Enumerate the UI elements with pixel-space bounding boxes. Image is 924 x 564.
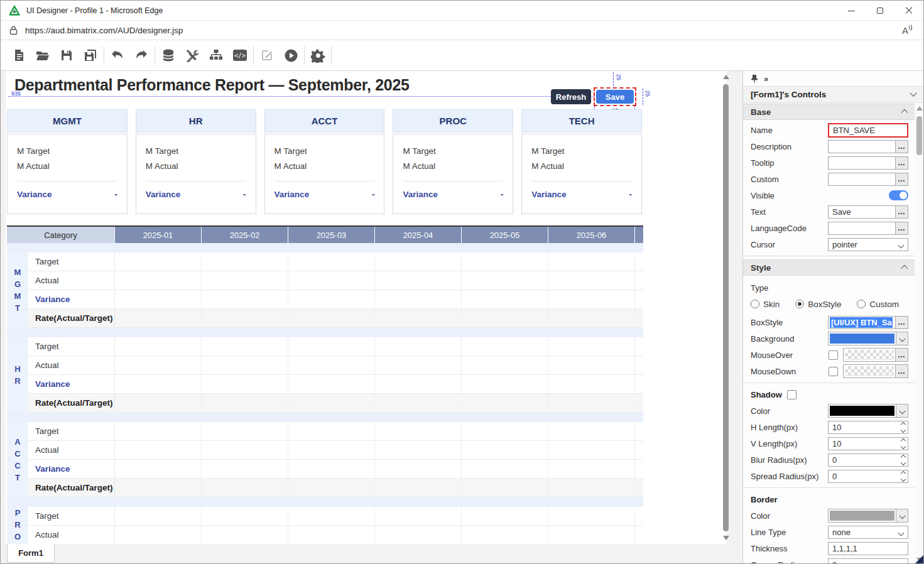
collapse-panel-icon[interactable]: »: [764, 74, 768, 84]
build-tools-icon[interactable]: [180, 45, 204, 66]
h-length-stepper[interactable]: 10: [828, 421, 908, 434]
ellipsis-button[interactable]: …: [895, 222, 908, 234]
maximize-button[interactable]: [866, 1, 894, 21]
settings-gear-icon[interactable]: [306, 45, 330, 66]
month-header[interactable]: 2025-05: [462, 227, 548, 243]
stepper-arrows[interactable]: [901, 455, 905, 465]
description-input[interactable]: …: [828, 140, 908, 153]
tab-form1[interactable]: Form1: [7, 544, 55, 563]
scroll-up-arrow[interactable]: [916, 106, 923, 111]
report-title-component[interactable]: Departmental Performance Report — Septem…: [14, 76, 410, 94]
shadow-checkbox[interactable]: [787, 390, 796, 399]
table-row[interactable]: Actual: [28, 526, 643, 544]
ellipsis-button[interactable]: …: [895, 157, 908, 169]
table-row[interactable]: Rate(Actual/Target): [28, 479, 643, 497]
v-length-stepper[interactable]: 10: [828, 437, 908, 450]
section-base[interactable]: Base: [743, 104, 915, 120]
save-all-icon[interactable]: [79, 45, 102, 66]
table-row[interactable]: Target: [28, 252, 643, 271]
background-color-picker[interactable]: [828, 332, 908, 345]
card-tech[interactable]: TECH M Target M Actual Variance-: [521, 109, 642, 214]
card-mgmt[interactable]: MGMT M Target M Actual Variance-: [7, 109, 128, 214]
boxstyle-input[interactable]: [UI/UX] BTN_Sa…: [828, 316, 908, 329]
cursor-select[interactable]: pointer: [828, 238, 908, 251]
stepper-arrows[interactable]: [901, 439, 905, 448]
table-row[interactable]: Actual: [28, 271, 643, 290]
save-button[interactable]: Save: [596, 90, 634, 104]
card-hr[interactable]: HR M Target M Actual Variance-: [136, 109, 256, 214]
name-input[interactable]: BTN_SAVE: [828, 123, 908, 138]
tooltip-input[interactable]: …: [828, 156, 908, 170]
month-header[interactable]: 2025-03: [288, 227, 375, 243]
design-canvas[interactable]: Departmental Performance Report — Septem…: [6, 71, 726, 544]
table-row[interactable]: Variance: [28, 375, 643, 394]
stepper-arrows[interactable]: [901, 423, 905, 432]
chevron-down-icon[interactable]: [896, 332, 908, 345]
visible-toggle[interactable]: [889, 190, 908, 200]
ellipsis-button[interactable]: …: [895, 349, 908, 361]
chevron-down-icon[interactable]: [896, 509, 908, 522]
chevron-down-icon[interactable]: [910, 89, 916, 96]
radio-skin[interactable]: [751, 300, 759, 308]
card-proc[interactable]: PROC M Target M Actual Variance-: [393, 109, 513, 214]
category-header[interactable]: Category: [7, 227, 115, 243]
database-icon[interactable]: [156, 45, 180, 66]
sitemap-icon[interactable]: [204, 45, 228, 66]
scrollbar-thumb[interactable]: [916, 116, 922, 155]
text-input[interactable]: Save…: [828, 205, 908, 219]
month-header[interactable]: 2025-06: [548, 227, 635, 243]
chevron-up-icon[interactable]: [901, 109, 908, 116]
ellipsis-button[interactable]: …: [895, 141, 908, 153]
open-folder-icon[interactable]: [31, 45, 55, 66]
scrollbar-thumb[interactable]: [723, 84, 729, 531]
close-button[interactable]: [894, 1, 923, 21]
mouseover-checkbox[interactable]: [829, 350, 838, 360]
table-row[interactable]: Target: [28, 422, 643, 441]
table-row[interactable]: Target: [28, 507, 643, 526]
mouseover-color-picker[interactable]: …: [843, 348, 908, 362]
run-icon[interactable]: [279, 45, 303, 66]
month-header[interactable]: 2025-01: [115, 227, 202, 243]
ellipsis-button[interactable]: …: [895, 365, 908, 377]
scroll-down-arrow[interactable]: [723, 536, 729, 540]
chevron-down-icon[interactable]: [896, 404, 908, 417]
languagecode-input[interactable]: …: [828, 222, 908, 235]
panel-header[interactable]: [Form1]'s Controls: [743, 87, 924, 103]
save-icon[interactable]: [55, 45, 79, 66]
blur-radius-stepper[interactable]: 0: [828, 453, 908, 467]
undo-icon[interactable]: [106, 45, 129, 66]
mousedown-color-picker[interactable]: …: [843, 364, 908, 378]
spread-radius-stepper[interactable]: 0: [828, 470, 908, 483]
table-row[interactable]: Actual: [28, 441, 643, 460]
shadow-color-picker[interactable]: [828, 404, 908, 418]
read-aloud-icon[interactable]: A: [902, 25, 913, 36]
table-row[interactable]: Actual: [28, 356, 643, 375]
mousedown-checkbox[interactable]: [829, 367, 838, 376]
border-color-picker[interactable]: [828, 509, 908, 523]
line-type-select[interactable]: none: [828, 526, 908, 539]
code-editor-icon[interactable]: </>: [228, 45, 252, 66]
table-row[interactable]: Variance: [28, 290, 643, 309]
new-document-icon[interactable]: [7, 45, 31, 66]
chevron-up-icon[interactable]: [901, 265, 908, 272]
ellipsis-button[interactable]: …: [895, 206, 908, 218]
thickness-input[interactable]: 1,1,1,1: [828, 542, 908, 555]
performance-table[interactable]: Category 2025-01 2025-02 2025-03 2025-04…: [7, 225, 643, 544]
ellipsis-button[interactable]: …: [895, 317, 908, 328]
stepper-arrows[interactable]: [901, 472, 905, 481]
scroll-up-arrow[interactable]: [723, 75, 729, 79]
custom-input[interactable]: …: [828, 173, 908, 186]
window-resize-grip[interactable]: [915, 555, 923, 563]
card-acct[interactable]: ACCT M Target M Actual Variance-: [264, 109, 385, 214]
panel-scrollbar[interactable]: [915, 104, 924, 564]
section-style[interactable]: Style: [743, 259, 915, 276]
radio-boxstyle[interactable]: [795, 300, 804, 308]
month-header[interactable]: 2025-04: [375, 227, 462, 243]
refresh-button[interactable]: Refresh: [551, 89, 591, 104]
lock-icon[interactable]: [9, 26, 18, 35]
url-text[interactable]: https://aud.bimatrix.com/AUD/designer.js…: [25, 26, 902, 35]
table-row[interactable]: Rate(Actual/Target): [28, 394, 643, 413]
radio-custom[interactable]: [857, 300, 866, 308]
pin-icon[interactable]: [751, 74, 758, 83]
month-header[interactable]: 2025-02: [202, 227, 288, 243]
